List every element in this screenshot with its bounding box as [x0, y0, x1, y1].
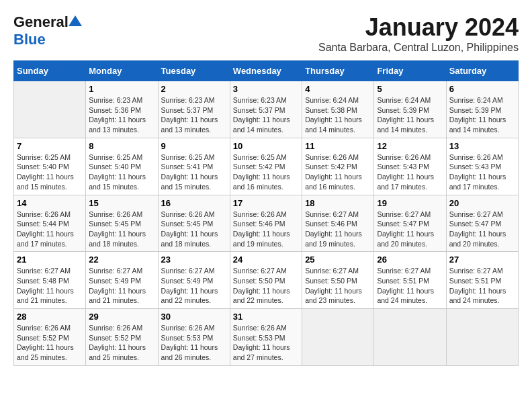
day-number: 24: [233, 255, 299, 265]
sunset-text: Sunset: 5:44 PM: [17, 220, 69, 228]
daylight-text: Daylight: 11 hours and 14 minutes.: [305, 116, 362, 134]
calendar-cell: 1Sunrise: 6:23 AMSunset: 5:36 PMDaylight…: [86, 81, 158, 138]
daylight-text: Daylight: 11 hours and 16 minutes.: [305, 173, 362, 191]
location-subtitle: Santa Barbara, Central Luzon, Philippine…: [318, 42, 519, 54]
daylight-text: Daylight: 11 hours and 18 minutes.: [89, 230, 146, 248]
daylight-text: Daylight: 11 hours and 23 minutes.: [305, 287, 362, 305]
sunrise-text: Sunrise: 6:26 AM: [449, 153, 503, 161]
day-number: 26: [377, 255, 443, 265]
day-number: 20: [449, 198, 515, 208]
sunset-text: Sunset: 5:46 PM: [305, 220, 357, 228]
calendar-cell: 31Sunrise: 6:26 AMSunset: 5:53 PMDayligh…: [230, 309, 302, 366]
page-header: General Blue January 2024 Santa Barbara,…: [13, 13, 519, 54]
daylight-text: Daylight: 11 hours and 24 minutes.: [377, 287, 434, 305]
daylight-text: Daylight: 11 hours and 15 minutes.: [89, 173, 146, 191]
day-info: Sunrise: 6:26 AMSunset: 5:43 PMDaylight:…: [449, 152, 515, 192]
sunset-text: Sunset: 5:51 PM: [377, 277, 429, 285]
logo-triangle-icon: [69, 15, 82, 26]
day-info: Sunrise: 6:25 AMSunset: 5:42 PMDaylight:…: [233, 152, 299, 192]
daylight-text: Daylight: 11 hours and 21 minutes.: [89, 287, 146, 305]
logo: General Blue: [13, 13, 83, 48]
daylight-text: Daylight: 11 hours and 21 minutes.: [17, 287, 74, 305]
sunrise-text: Sunrise: 6:27 AM: [449, 267, 503, 275]
day-info: Sunrise: 6:23 AMSunset: 5:37 PMDaylight:…: [161, 95, 227, 135]
daylight-text: Daylight: 11 hours and 14 minutes.: [449, 116, 506, 134]
calendar-cell: 25Sunrise: 6:27 AMSunset: 5:50 PMDayligh…: [302, 252, 374, 309]
weekday-header-tuesday: Tuesday: [158, 61, 230, 81]
day-number: 9: [161, 141, 227, 151]
sunset-text: Sunset: 5:39 PM: [449, 106, 502, 114]
calendar-cell: 8Sunrise: 6:25 AMSunset: 5:40 PMDaylight…: [86, 138, 158, 195]
sunrise-text: Sunrise: 6:27 AM: [161, 267, 215, 275]
day-info: Sunrise: 6:26 AMSunset: 5:46 PMDaylight:…: [233, 210, 299, 249]
sunrise-text: Sunrise: 6:27 AM: [305, 267, 359, 275]
calendar-body: 1Sunrise: 6:23 AMSunset: 5:36 PMDaylight…: [14, 81, 519, 366]
day-info: Sunrise: 6:26 AMSunset: 5:53 PMDaylight:…: [161, 323, 227, 363]
sunset-text: Sunset: 5:43 PM: [377, 163, 429, 171]
day-number: 22: [89, 255, 154, 265]
logo-blue: Blue: [13, 31, 46, 48]
sunset-text: Sunset: 5:42 PM: [233, 163, 285, 171]
day-number: 28: [17, 312, 83, 322]
sunrise-text: Sunrise: 6:27 AM: [377, 267, 431, 275]
sunset-text: Sunset: 5:48 PM: [17, 277, 69, 285]
weekday-header-sunday: Sunday: [14, 61, 86, 81]
sunrise-text: Sunrise: 6:24 AM: [305, 96, 359, 104]
week-row-2: 7Sunrise: 6:25 AMSunset: 5:40 PMDaylight…: [14, 138, 519, 195]
sunrise-text: Sunrise: 6:25 AM: [17, 153, 71, 161]
calendar-cell: 15Sunrise: 6:26 AMSunset: 5:45 PMDayligh…: [86, 195, 158, 252]
sunrise-text: Sunrise: 6:27 AM: [377, 210, 431, 218]
day-info: Sunrise: 6:27 AMSunset: 5:47 PMDaylight:…: [449, 210, 515, 249]
sunset-text: Sunset: 5:52 PM: [17, 334, 69, 342]
daylight-text: Daylight: 11 hours and 20 minutes.: [449, 230, 506, 248]
day-info: Sunrise: 6:25 AMSunset: 5:40 PMDaylight:…: [89, 152, 154, 192]
sunset-text: Sunset: 5:47 PM: [377, 220, 429, 228]
sunset-text: Sunset: 5:36 PM: [89, 106, 141, 114]
calendar-cell: [14, 81, 86, 138]
calendar-cell: 16Sunrise: 6:26 AMSunset: 5:45 PMDayligh…: [158, 195, 230, 252]
day-info: Sunrise: 6:27 AMSunset: 5:50 PMDaylight:…: [233, 266, 299, 306]
day-info: Sunrise: 6:26 AMSunset: 5:53 PMDaylight:…: [233, 323, 299, 363]
calendar-cell: 26Sunrise: 6:27 AMSunset: 5:51 PMDayligh…: [374, 252, 446, 309]
sunrise-text: Sunrise: 6:26 AM: [17, 324, 71, 332]
day-number: 27: [449, 255, 515, 265]
sunset-text: Sunset: 5:37 PM: [233, 106, 285, 114]
sunrise-text: Sunrise: 6:27 AM: [89, 267, 142, 275]
sunset-text: Sunset: 5:47 PM: [449, 220, 502, 228]
daylight-text: Daylight: 11 hours and 14 minutes.: [233, 116, 290, 134]
sunrise-text: Sunrise: 6:26 AM: [89, 324, 142, 332]
daylight-text: Daylight: 11 hours and 15 minutes.: [17, 173, 74, 191]
weekday-header-thursday: Thursday: [302, 61, 374, 81]
sunrise-text: Sunrise: 6:25 AM: [89, 153, 142, 161]
calendar-cell: 9Sunrise: 6:25 AMSunset: 5:41 PMDaylight…: [158, 138, 230, 195]
sunset-text: Sunset: 5:49 PM: [161, 277, 214, 285]
day-number: 4: [305, 84, 371, 94]
sunrise-text: Sunrise: 6:26 AM: [233, 324, 287, 332]
daylight-text: Daylight: 11 hours and 17 minutes.: [377, 173, 434, 191]
sunrise-text: Sunrise: 6:26 AM: [161, 210, 215, 218]
calendar-cell: 3Sunrise: 6:23 AMSunset: 5:37 PMDaylight…: [230, 81, 302, 138]
day-number: 14: [17, 198, 83, 208]
sunrise-text: Sunrise: 6:23 AM: [89, 96, 142, 104]
calendar-cell: 30Sunrise: 6:26 AMSunset: 5:53 PMDayligh…: [158, 309, 230, 366]
week-row-4: 21Sunrise: 6:27 AMSunset: 5:48 PMDayligh…: [14, 252, 519, 309]
day-info: Sunrise: 6:27 AMSunset: 5:50 PMDaylight:…: [305, 266, 371, 306]
sunrise-text: Sunrise: 6:26 AM: [89, 210, 142, 218]
calendar-cell: [374, 309, 446, 366]
calendar-cell: 14Sunrise: 6:26 AMSunset: 5:44 PMDayligh…: [14, 195, 86, 252]
weekday-header-row: SundayMondayTuesdayWednesdayThursdayFrid…: [14, 61, 519, 81]
day-number: 18: [305, 198, 371, 208]
day-number: 19: [377, 198, 443, 208]
week-row-5: 28Sunrise: 6:26 AMSunset: 5:52 PMDayligh…: [14, 309, 519, 366]
daylight-text: Daylight: 11 hours and 16 minutes.: [233, 173, 290, 191]
day-info: Sunrise: 6:26 AMSunset: 5:52 PMDaylight:…: [89, 323, 154, 363]
day-number: 16: [161, 198, 227, 208]
day-number: 3: [233, 84, 299, 94]
calendar-cell: 7Sunrise: 6:25 AMSunset: 5:40 PMDaylight…: [14, 138, 86, 195]
sunrise-text: Sunrise: 6:27 AM: [449, 210, 503, 218]
week-row-3: 14Sunrise: 6:26 AMSunset: 5:44 PMDayligh…: [14, 195, 519, 252]
day-number: 2: [161, 84, 227, 94]
sunset-text: Sunset: 5:46 PM: [233, 220, 285, 228]
sunrise-text: Sunrise: 6:25 AM: [233, 153, 287, 161]
sunset-text: Sunset: 5:39 PM: [377, 106, 429, 114]
